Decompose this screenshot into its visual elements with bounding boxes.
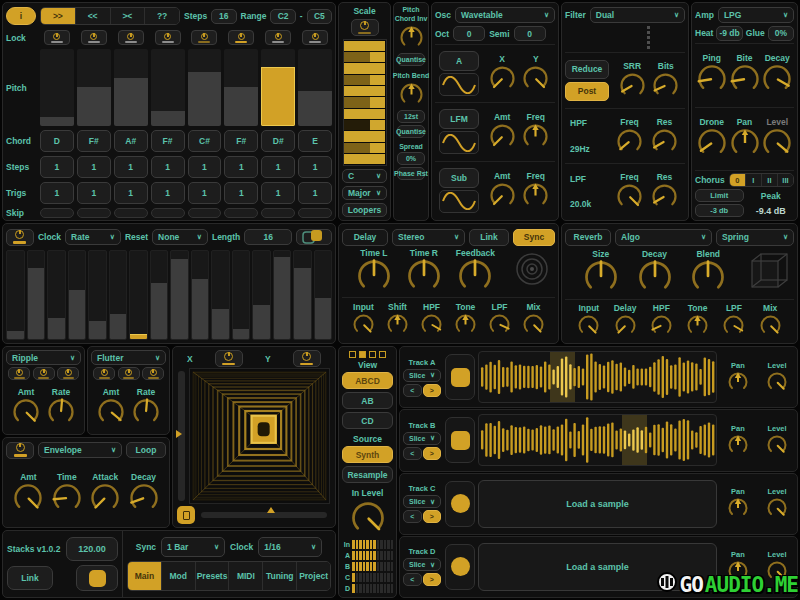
lock-knob-3[interactable] [118, 30, 144, 45]
scale-key-5[interactable] [344, 86, 385, 96]
clock-rate-select[interactable]: Rate∨ [65, 229, 121, 245]
trigs-cell-3[interactable]: 1 [114, 182, 148, 204]
skip-cell-6[interactable] [224, 208, 258, 218]
mod-step-bars[interactable] [6, 250, 332, 340]
pitch-slider-5[interactable] [188, 49, 222, 126]
mod-bar-4[interactable] [68, 250, 87, 340]
mod-bar-14[interactable] [273, 250, 292, 340]
track-a-prev-button[interactable]: < [403, 384, 422, 397]
track-c-slice-select[interactable]: Slice∨ [403, 495, 441, 508]
reverb-engine-select[interactable]: Algo∨ [615, 229, 712, 246]
lock-knob-4[interactable] [155, 30, 181, 45]
osc-lfm-button[interactable]: LFM [439, 109, 479, 129]
iii-button[interactable]: III [777, 174, 793, 187]
bend-quantise-button[interactable]: Quantise [397, 125, 425, 138]
mod-dest-knob-3[interactable] [142, 367, 164, 380]
lfm-freq-knob[interactable] [521, 122, 550, 151]
item-button[interactable]: << [75, 8, 110, 24]
chord-cell-3[interactable]: A# [114, 130, 148, 152]
range-high-value[interactable]: C5 [307, 9, 332, 24]
post-button[interactable]: Post [565, 82, 609, 101]
track-b-pan-knob[interactable] [726, 433, 750, 457]
x-slider[interactable] [201, 512, 327, 518]
tuning-button[interactable]: Tuning [262, 562, 296, 590]
track-c-next-button[interactable]: > [423, 510, 442, 523]
skip-cell-5[interactable] [188, 208, 222, 218]
skip-cell-7[interactable] [261, 208, 295, 218]
reset-select[interactable]: None∨ [152, 229, 208, 245]
ripple-rate-knob[interactable] [46, 397, 76, 427]
delay-hpf-knob[interactable] [419, 312, 444, 337]
chord-cell-1[interactable]: D [40, 130, 74, 152]
mod-bar-13[interactable] [252, 250, 271, 340]
trigs-cell-1[interactable]: 1 [40, 182, 74, 204]
mod-bar-9[interactable] [170, 250, 189, 340]
track-a-waveform[interactable] [478, 351, 717, 403]
mod-dest-knob-1[interactable] [93, 367, 115, 380]
sine-wave-icon[interactable] [439, 190, 479, 213]
mod-bar-7[interactable] [129, 250, 148, 340]
track-c-load-sample[interactable]: Load a sample [478, 480, 717, 528]
track-a-next-button[interactable]: > [423, 384, 442, 397]
track-b-next-button[interactable]: > [423, 447, 442, 460]
steps-cell-1[interactable]: 1 [40, 156, 74, 178]
reverb-size-knob[interactable] [583, 259, 619, 295]
item-button[interactable]: >> [41, 8, 75, 24]
lock-knob-8[interactable] [302, 30, 328, 45]
envelope-select[interactable]: Envelope∨ [38, 442, 122, 458]
osc-a-y-knob[interactable] [521, 64, 550, 93]
trigs-cell-2[interactable]: 1 [77, 182, 111, 204]
range-low-value[interactable]: C2 [270, 9, 295, 24]
mod-dest-knob-3[interactable] [57, 367, 79, 380]
track-a-pan-knob[interactable] [726, 370, 750, 394]
steps-cell-4[interactable]: 1 [151, 156, 185, 178]
delay-type-select[interactable]: Stereo∨ [392, 229, 465, 246]
reverb-input-knob[interactable] [576, 313, 601, 338]
scale-keyboard[interactable] [343, 39, 387, 166]
mod-bar-2[interactable] [27, 250, 46, 340]
track-b-slice-select[interactable]: Slice∨ [403, 432, 441, 445]
mod-bar-5[interactable] [88, 250, 107, 340]
scale-key-6[interactable] [344, 97, 385, 107]
steps-cell-5[interactable]: 1 [188, 156, 222, 178]
sync-select[interactable]: 1 Bar∨ [161, 537, 225, 557]
pitch-slider-3[interactable] [114, 49, 148, 126]
scale-key-4[interactable] [344, 75, 385, 85]
mod-bar-15[interactable] [293, 250, 312, 340]
item-button[interactable]: ?? [144, 8, 179, 24]
bpm-value[interactable]: 120.00 [66, 537, 118, 561]
midi-button[interactable]: MIDI [228, 562, 262, 590]
osc-type-select[interactable]: Wavetable∨ [455, 7, 555, 23]
skip-cell-1[interactable] [40, 208, 74, 218]
reverb-decay-knob[interactable] [637, 259, 673, 295]
env-attack-knob[interactable] [89, 482, 121, 514]
amp-type-select[interactable]: LPG∨ [718, 7, 794, 23]
osc-sub-button[interactable]: Sub [439, 168, 479, 188]
delay-lpf-knob[interactable] [487, 312, 512, 337]
reverb-hpf-knob[interactable] [649, 313, 674, 338]
pitch-slider-4[interactable] [151, 49, 185, 126]
lfo2-shape-select[interactable]: Flutter∨ [91, 350, 166, 365]
filter-type-select[interactable]: Dual∨ [590, 7, 685, 23]
chord-cell-5[interactable]: C# [188, 130, 222, 152]
track-d-active-button[interactable] [445, 544, 475, 590]
mod-bar-6[interactable] [109, 250, 128, 340]
phase-rst-button[interactable]: Phase Rst [397, 167, 425, 180]
amp-bite-knob[interactable] [729, 63, 761, 95]
steps-cell-3[interactable]: 1 [114, 156, 148, 178]
track-d-next-button[interactable]: > [423, 573, 442, 586]
track-c-pan-knob[interactable] [726, 496, 750, 520]
chord-cell-6[interactable]: F# [224, 130, 258, 152]
ripple-amt-knob[interactable] [11, 397, 41, 427]
track-c-prev-button[interactable]: < [403, 510, 422, 523]
item-button[interactable]: >< [110, 8, 145, 24]
mod-bar-16[interactable] [314, 250, 333, 340]
y-slider[interactable] [178, 371, 185, 501]
reverb-blend-knob[interactable] [690, 259, 726, 295]
spread-value[interactable]: 0% [397, 152, 425, 165]
env-decay-knob[interactable] [128, 482, 160, 514]
scale-key-1[interactable] [344, 41, 385, 51]
reverb-mix-knob[interactable] [758, 313, 783, 338]
trigs-cell-6[interactable]: 1 [224, 182, 258, 204]
envelope-knob-button[interactable] [6, 442, 34, 459]
